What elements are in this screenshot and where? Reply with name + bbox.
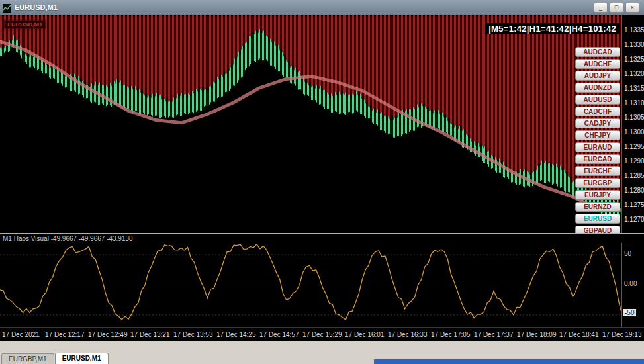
price-plot[interactable]	[0, 15, 622, 233]
tab-eurgbp-m1[interactable]: EURGBP,M1	[1, 353, 54, 364]
time-label: 17 Dec 12:17	[45, 331, 85, 338]
price-label: 1.1335	[624, 26, 644, 34]
time-label: 17 Dec 14:57	[259, 331, 299, 338]
price-label: 1.1325	[624, 56, 644, 63]
close-button[interactable]: ×	[625, 3, 639, 13]
chart-tab-bar: EURGBP,M1EURUSD,M1	[0, 353, 109, 364]
price-label: 1.1285	[624, 172, 644, 179]
time-label: 17 Dec 17:37	[474, 331, 514, 338]
time-label: 17 Dec 14:25	[216, 331, 256, 338]
time-label: 17 Dec 16:33	[388, 331, 428, 338]
time-label: 17 Dec 16:01	[345, 331, 385, 338]
window-title: EURUSD,M1	[15, 3, 58, 11]
window-titlebar[interactable]: EURUSD,M1 _ □ ×	[0, 0, 644, 15]
pair-button-eurchf[interactable]: EURCHF	[575, 166, 620, 176]
indicator-scale[interactable]: 50 0.00 -50	[621, 243, 644, 327]
oscillator-plot[interactable]	[0, 243, 622, 327]
price-label: 1.1295	[624, 143, 644, 150]
pair-button-chfjpy[interactable]: CHFJPY	[575, 130, 620, 140]
minimize-button[interactable]: _	[594, 3, 608, 13]
pair-button-eurjpy[interactable]: EURJPY	[575, 190, 620, 200]
indicator-level-upper: 50	[624, 250, 631, 257]
time-label: 17 Dec 19:13	[602, 331, 642, 338]
candle-countdown-timer: |M5=1:42|H1=41:42|H4=101:42	[486, 23, 619, 34]
pair-button-audusd[interactable]: AUDUSD	[575, 95, 620, 105]
price-label: 1.1310	[624, 99, 644, 107]
pair-button-audcad[interactable]: AUDCAD	[575, 47, 620, 57]
indicator-title: M1 Haos Visual -49.9667 -49.9667 -43.913…	[3, 235, 133, 242]
price-label: 1.1270	[624, 216, 644, 223]
time-label: 17 Dec 12:49	[88, 331, 128, 338]
status-strip	[374, 359, 644, 364]
price-label: 1.1290	[624, 158, 644, 165]
window-controls: _ □ ×	[594, 3, 641, 13]
price-label: 1.1315	[624, 85, 644, 92]
pair-button-euraud[interactable]: EURAUD	[575, 142, 620, 152]
mt4-chart-window: EURUSD,M1 _ □ × EURUSD,M1 |M5=1:42|H1=41…	[0, 0, 644, 364]
pair-button-eurusd[interactable]: EURUSD	[575, 214, 620, 224]
price-label: 1.1305	[624, 114, 644, 121]
price-scale[interactable]: 1.13351.13301.13251.13201.13151.13101.13…	[621, 15, 644, 233]
time-label: 17 Dec 13:53	[173, 331, 213, 338]
pair-button-eurcad[interactable]: EURCAD	[575, 154, 620, 164]
chart-symbol-label: EURUSD,M1	[4, 20, 46, 29]
price-label: 1.1275	[624, 201, 644, 208]
pair-button-cadchf[interactable]: CADCHF	[575, 107, 620, 116]
time-label: 17 Dec 15:29	[302, 331, 342, 338]
time-label: 17 Dec 17:05	[431, 331, 471, 338]
indicator-current-value-marker: -50	[623, 309, 636, 316]
indicator-panel[interactable]: M1 Haos Visual -49.9667 -49.9667 -43.913…	[0, 233, 644, 327]
pair-button-audchf[interactable]: AUDCHF	[575, 59, 620, 69]
price-label: 1.1280	[624, 187, 644, 194]
chart-window-icon	[3, 3, 11, 12]
price-label: 1.1300	[624, 128, 644, 136]
pair-button-eurgbp[interactable]: EURGBP	[575, 178, 620, 188]
restore-button[interactable]: □	[610, 3, 623, 13]
time-label: 17 Dec 2021	[2, 331, 40, 338]
time-label: 17 Dec 13:21	[130, 331, 170, 338]
pair-button-gbpaud[interactable]: GBPAUD	[575, 226, 620, 233]
pair-button-cadjpy[interactable]: CADJPY	[575, 118, 620, 128]
pair-button-eurnzd[interactable]: EURNZD	[575, 202, 620, 212]
indicator-level-zero: 0.00	[624, 280, 637, 287]
tab-eurusd-m1[interactable]: EURUSD,M1	[55, 353, 109, 364]
time-axis[interactable]: 17 Dec 202117 Dec 12:1717 Dec 12:4917 De…	[0, 327, 644, 341]
price-label: 1.1320	[624, 70, 644, 77]
time-label: 17 Dec 18:41	[559, 331, 599, 338]
time-label: 17 Dec 18:09	[517, 331, 557, 338]
pair-button-audnzd[interactable]: AUDNZD	[575, 83, 620, 93]
price-label: 1.1330	[624, 41, 644, 48]
price-chart-panel[interactable]: EURUSD,M1 |M5=1:42|H1=41:42|H4=101:42 AU…	[0, 15, 644, 233]
pair-button-audjpy[interactable]: AUDJPY	[575, 71, 620, 81]
pair-button-list: AUDCADAUDCHFAUDJPYAUDNZDAUDUSDCADCHFCADJ…	[575, 47, 620, 233]
